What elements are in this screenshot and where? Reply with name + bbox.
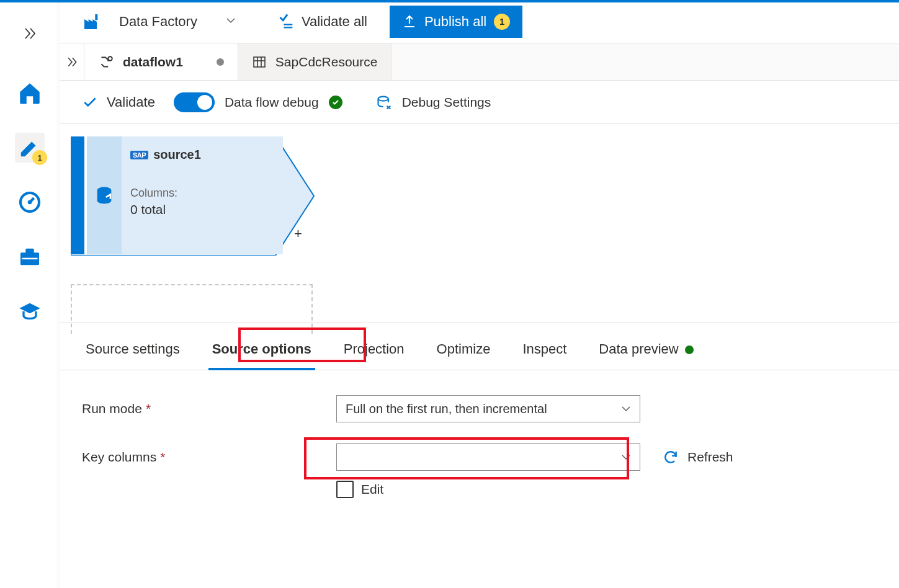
bottom-panel: Source settings Source options Projectio… — [60, 323, 899, 523]
nav-monitor[interactable] — [15, 187, 45, 217]
publish-label: Publish all — [424, 14, 486, 30]
debug-label: Data flow debug — [225, 95, 319, 110]
columns-total: 0 total — [130, 202, 274, 217]
table-icon — [252, 55, 267, 69]
run-mode-select[interactable]: Full on the first run, then incremental — [336, 395, 640, 422]
debug-toggle[interactable] — [174, 92, 215, 112]
chevron-right-double-icon — [66, 56, 78, 68]
nav-manage[interactable] — [15, 242, 45, 272]
unsaved-dot-icon — [217, 58, 224, 66]
svg-rect-7 — [254, 57, 265, 67]
left-nav: 1 — [0, 0, 60, 588]
debug-status-ok-icon — [329, 96, 342, 109]
editor-tabs: dataflow1 SapCdcResource — [60, 43, 899, 81]
columns-label: Columns: — [130, 187, 274, 200]
preview-status-dot-icon — [685, 345, 694, 354]
panel-tab-projection[interactable]: Projection — [340, 335, 408, 370]
svg-point-8 — [378, 96, 388, 100]
tab-label: SapCdcResource — [275, 55, 378, 69]
refresh-button[interactable]: Refresh — [663, 449, 733, 465]
panel-tab-inspect[interactable]: Inspect — [519, 335, 570, 370]
dataflow-canvas[interactable]: SAP source1 Columns: 0 total + — [60, 124, 899, 323]
nav-learn[interactable] — [15, 296, 45, 326]
panel-tab-data-preview[interactable]: Data preview — [595, 335, 697, 370]
svg-rect-5 — [95, 14, 97, 20]
panel-tab-source-settings[interactable]: Source settings — [82, 335, 184, 370]
publish-count-badge: 1 — [494, 14, 510, 30]
validate-all-label: Validate all — [302, 14, 367, 30]
chevron-down-icon — [621, 404, 631, 414]
dataflow-toolbar: Validate Data flow debug Debug Settings — [60, 81, 899, 124]
svg-rect-4 — [22, 258, 38, 260]
svg-point-1 — [28, 200, 32, 205]
sap-badge-icon: SAP — [130, 151, 148, 159]
source-node[interactable]: SAP source1 Columns: 0 total — [71, 136, 306, 254]
key-columns-label: Key columns* — [82, 450, 336, 465]
validate-button[interactable]: Validate — [82, 94, 155, 110]
refresh-label: Refresh — [687, 450, 733, 465]
panel-tab-optimize[interactable]: Optimize — [433, 335, 494, 370]
dataflow-icon — [98, 54, 114, 70]
gauge-icon — [17, 190, 42, 215]
source-options-form: Run mode* Full on the first run, then in… — [60, 370, 899, 523]
edit-checkbox[interactable] — [336, 481, 354, 498]
svg-point-6 — [108, 56, 112, 61]
svg-rect-3 — [25, 249, 34, 254]
edit-badge: 1 — [32, 150, 47, 165]
factory-icon — [82, 12, 102, 32]
publish-all-button[interactable]: Publish all 1 — [390, 6, 522, 38]
debug-settings-icon — [376, 94, 393, 111]
node-content: SAP source1 Columns: 0 total — [122, 136, 283, 254]
app-name: Data Factory — [119, 14, 197, 30]
source-name: source1 — [153, 148, 201, 162]
main-area: Data Factory Validate all Publish all 1 … — [60, 0, 899, 588]
tab-dataflow1[interactable]: dataflow1 — [84, 43, 238, 80]
chevron-right-double-icon — [22, 26, 37, 41]
home-icon — [17, 80, 43, 106]
chevron-down-icon — [621, 452, 631, 462]
expand-pane-button[interactable] — [60, 43, 84, 80]
refresh-icon — [663, 449, 679, 465]
node-type-strip — [87, 136, 122, 254]
panel-tabs: Source settings Source options Projectio… — [60, 323, 899, 370]
checklist-icon — [278, 13, 295, 30]
validate-label: Validate — [107, 94, 155, 110]
validate-all-button[interactable]: Validate all — [278, 13, 367, 30]
key-columns-select[interactable] — [336, 443, 640, 471]
nav-edit[interactable]: 1 — [15, 133, 45, 163]
run-mode-label: Run mode* — [82, 401, 336, 416]
graduation-cap-icon — [17, 299, 42, 324]
collapse-nav-button[interactable] — [15, 19, 45, 48]
edit-label: Edit — [361, 482, 383, 497]
chevron-down-icon — [226, 16, 236, 25]
run-mode-value: Full on the first run, then incremental — [346, 402, 547, 416]
tab-sapcdcresource[interactable]: SapCdcResource — [238, 43, 391, 80]
debug-settings-label: Debug Settings — [402, 95, 491, 110]
app-chevron[interactable] — [226, 16, 236, 27]
tab-label: dataflow1 — [123, 55, 183, 69]
panel-tab-source-options[interactable]: Source options — [208, 335, 315, 370]
node-handle[interactable] — [71, 136, 87, 254]
add-step-button[interactable]: + — [294, 226, 302, 242]
header-bar: Data Factory Validate all Publish all 1 — [60, 0, 899, 43]
debug-toggle-group: Data flow debug — [174, 92, 342, 112]
upload-icon — [402, 14, 417, 29]
debug-settings-button[interactable]: Debug Settings — [376, 94, 491, 111]
database-icon — [94, 185, 115, 206]
top-accent-bar — [0, 0, 899, 2]
check-icon — [82, 94, 98, 110]
toolbox-icon — [17, 244, 42, 269]
nav-home[interactable] — [15, 78, 45, 108]
